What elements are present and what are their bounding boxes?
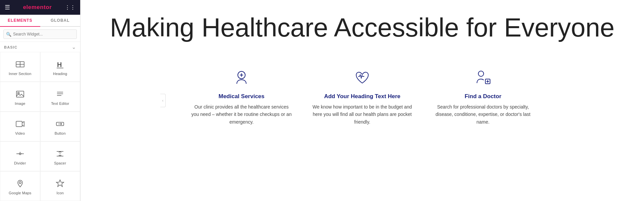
- widget-button[interactable]: Button: [40, 112, 80, 141]
- svg-marker-21: [56, 180, 64, 187]
- collapse-sidebar-handle[interactable]: ‹: [160, 94, 166, 107]
- widget-icon[interactable]: Icon: [40, 171, 80, 201]
- sidebar-tabs: ELEMENTS GLOBAL: [0, 15, 80, 27]
- sidebar-header: ☰ elementor ⋮⋮: [0, 0, 80, 15]
- widget-button-label: Button: [55, 131, 66, 135]
- widget-spacer[interactable]: Spacer: [40, 141, 80, 171]
- widget-divider-label: Divider: [14, 161, 26, 165]
- svg-point-20: [19, 182, 21, 184]
- feature-heading-desc: We know how important to be in the budge…: [312, 103, 413, 126]
- feature-medical-desc: Our clinic provides all the healthcare s…: [191, 103, 292, 126]
- star-icon: [55, 179, 65, 188]
- find-doctor-icon: [474, 69, 492, 88]
- search-input[interactable]: [3, 29, 77, 39]
- sidebar: ☰ elementor ⋮⋮ ELEMENTS GLOBAL 🔍 BASIC ⌄…: [0, 0, 80, 201]
- widget-text-editor[interactable]: Text Editor: [40, 82, 80, 112]
- search-icon: 🔍: [6, 32, 11, 37]
- widget-video[interactable]: Video: [0, 112, 40, 141]
- tab-global[interactable]: GLOBAL: [40, 15, 80, 27]
- widget-text-editor-label: Text Editor: [51, 102, 69, 106]
- widget-image[interactable]: Image: [0, 82, 40, 112]
- feature-card-heading: Add Your Heading Text Here We know how i…: [312, 69, 413, 126]
- text-editor-icon: [55, 89, 65, 99]
- grid-icon[interactable]: ⋮⋮: [65, 4, 75, 11]
- feature-heading-title: Add Your Heading Text Here: [324, 93, 400, 100]
- widget-inner-section[interactable]: Inner Section: [0, 52, 40, 82]
- widget-divider[interactable]: Divider: [0, 141, 40, 171]
- section-basic-label: BASIC ⌄: [0, 42, 80, 52]
- widget-video-label: Video: [15, 131, 25, 135]
- heading-icon: H: [55, 60, 65, 69]
- svg-text:H: H: [57, 61, 62, 68]
- widget-maps-label: Google Maps: [9, 191, 32, 195]
- feature-card-doctor: Find a Doctor Search for professional do…: [433, 69, 533, 126]
- svg-point-25: [478, 71, 484, 76]
- widget-inner-section-label: Inner Section: [9, 72, 31, 76]
- button-icon: [55, 119, 65, 129]
- svg-rect-5: [16, 91, 24, 97]
- inner-section-icon: [15, 60, 25, 69]
- widget-spacer-label: Spacer: [54, 161, 66, 165]
- hamburger-icon[interactable]: ☰: [5, 4, 10, 11]
- feature-card-medical: Medical Services Our clinic provides all…: [191, 69, 292, 126]
- divider-icon: [15, 149, 25, 158]
- video-icon: [15, 119, 25, 129]
- features-row: Medical Services Our clinic provides all…: [178, 69, 547, 126]
- image-icon: [15, 89, 25, 99]
- widget-heading[interactable]: H Heading: [40, 52, 80, 82]
- search-area: 🔍: [0, 27, 80, 42]
- widget-maps[interactable]: Google Maps: [0, 171, 40, 201]
- brand-logo: elementor: [23, 4, 52, 11]
- medical-services-icon: [233, 69, 250, 88]
- widget-icon-label: Icon: [56, 191, 64, 195]
- hero-title: Making Healthcare Accessible for Everyon…: [101, 13, 624, 42]
- maps-icon: [15, 179, 25, 188]
- widgets-grid: Inner Section H Heading Image: [0, 52, 80, 201]
- health-heart-icon: [354, 69, 371, 88]
- svg-rect-10: [16, 121, 22, 127]
- spacer-icon: [55, 149, 65, 158]
- tab-elements[interactable]: ELEMENTS: [0, 15, 40, 27]
- feature-doctor-title: Find a Doctor: [465, 93, 501, 100]
- chevron-down-icon[interactable]: ⌄: [72, 45, 76, 50]
- feature-doctor-desc: Search for professional doctors by speci…: [433, 103, 533, 126]
- widget-image-label: Image: [15, 102, 25, 106]
- widget-heading-label: Heading: [53, 72, 67, 76]
- feature-medical-title: Medical Services: [218, 93, 264, 100]
